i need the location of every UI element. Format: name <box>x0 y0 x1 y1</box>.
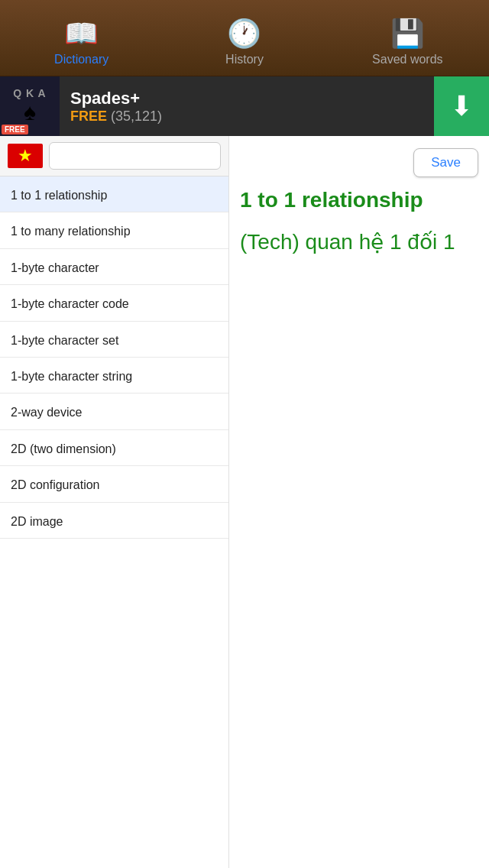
tab-dictionary[interactable]: 📖 Dictionary <box>0 0 163 76</box>
ad-app-icon: Q K A ♠ FREE <box>0 76 60 136</box>
download-icon: ⬇ <box>450 90 473 122</box>
list-item[interactable]: 2D configuration <box>0 466 228 502</box>
list-item[interactable]: 1-byte character code <box>0 285 228 321</box>
definition-panel: Save 1 to 1 relationship (Tech) quan hệ … <box>229 136 489 868</box>
list-item[interactable]: 1-byte character <box>0 249 228 285</box>
list-item[interactable]: 2D (two dimension) <box>0 430 228 466</box>
search-input[interactable] <box>49 142 221 170</box>
saved-icon: 💾 <box>390 18 425 50</box>
ad-download-button[interactable]: ⬇ <box>434 76 489 136</box>
list-item[interactable]: 2-way device <box>0 394 228 429</box>
def-header: Save <box>240 148 478 177</box>
dictionary-icon: 📖 <box>64 18 99 50</box>
ad-title: Spades+ <box>70 89 425 108</box>
list-item[interactable]: 2D image <box>0 503 228 539</box>
tab-saved-words[interactable]: 💾 Saved words <box>326 0 489 76</box>
search-bar: ★ <box>0 136 228 177</box>
save-button[interactable]: Save <box>413 148 478 177</box>
list-item[interactable]: 1 to many relationship <box>0 212 228 248</box>
list-item[interactable]: 1-byte character set <box>0 322 228 358</box>
list-item[interactable]: 1-byte character string <box>0 358 228 394</box>
definition-word: 1 to 1 relationship <box>240 186 478 214</box>
flag-star: ★ <box>18 147 33 164</box>
tab-bar: 📖 Dictionary 🕐 History 💾 Saved words <box>0 0 489 76</box>
ad-count: (35,121) <box>111 108 162 124</box>
ad-banner: Q K A ♠ FREE Spades+ FREE (35,121) ⬇ <box>0 76 489 136</box>
word-list-panel: ★ 1 to 1 relationship 1 to many relation… <box>0 136 229 868</box>
list-item[interactable]: 1 to 1 relationship <box>0 177 228 212</box>
ad-info: Spades+ FREE (35,121) <box>61 83 434 131</box>
ad-free-badge: FREE <box>2 125 28 134</box>
ad-subtitle: FREE (35,121) <box>70 108 425 125</box>
word-list: 1 to 1 relationship 1 to many relationsh… <box>0 177 228 539</box>
tab-history[interactable]: 🕐 History <box>163 0 325 76</box>
definition-translation: (Tech) quan hệ 1 đối 1 <box>240 226 478 258</box>
ad-free-label: FREE <box>70 108 107 124</box>
tab-saved-label: Saved words <box>372 53 443 66</box>
history-icon: 🕐 <box>227 18 261 50</box>
main-content: ★ 1 to 1 relationship 1 to many relation… <box>0 136 489 868</box>
flag-icon[interactable]: ★ <box>8 144 43 168</box>
tab-history-label: History <box>225 53 264 66</box>
tab-dictionary-label: Dictionary <box>54 53 108 66</box>
ad-icon-area: Q K A ♠ FREE <box>0 76 61 136</box>
